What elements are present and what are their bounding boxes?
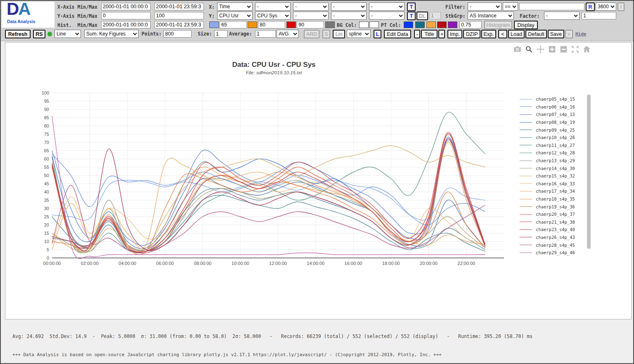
pt-color1-swatch[interactable]	[404, 21, 413, 28]
rate-select[interactable]: 3600	[596, 2, 616, 11]
y-select-2[interactable]: CPU Sys	[255, 12, 291, 20]
x-select-1[interactable]: Time	[217, 2, 253, 11]
legend-scrollbar[interactable]	[587, 95, 591, 249]
legend-item-chaerp26_s4p_43[interactable]: chaerp26_s4p_43	[520, 234, 575, 241]
title-plus-button[interactable]: +	[438, 30, 445, 38]
r-button[interactable]: R	[586, 2, 595, 11]
legend-item-chaerp07_s4p_13[interactable]: chaerp07_s4p_13	[520, 111, 575, 118]
size-input[interactable]	[214, 30, 227, 38]
zoom-in-icon[interactable]	[548, 45, 556, 53]
x-select-3[interactable]: -	[293, 2, 329, 11]
x-time-format-button[interactable]: T	[407, 2, 416, 11]
threshold2-color-swatch[interactable]	[248, 21, 257, 28]
filter-op-select[interactable]: ==	[503, 2, 518, 11]
legend-item-chaerp05_s4p_15[interactable]: chaerp05_s4p_15	[520, 95, 575, 103]
legend-item-chaerp28_s4p_45[interactable]: chaerp28_s4p_45	[520, 241, 575, 249]
average-input[interactable]	[255, 30, 276, 38]
x-select-5[interactable]: -	[369, 2, 405, 11]
y-select-1[interactable]: CPU Usr	[217, 12, 253, 20]
legend-item-chaerp08_s4p_19[interactable]: chaerp08_s4p_19	[520, 118, 575, 126]
legend-item-chaerp18_s4p_35[interactable]: chaerp18_s4p_35	[520, 195, 575, 203]
y-time-format-button[interactable]: T	[407, 12, 416, 20]
hide-link[interactable]: Hide	[575, 31, 587, 37]
legend-item-chaerp10_s4p_26[interactable]: chaerp10_s4p_26	[520, 134, 575, 142]
hist-min-input[interactable]	[101, 21, 151, 28]
legend-item-chaerp11_s4p_27[interactable]: chaerp11_s4p_27	[520, 142, 575, 149]
threshold3-color-swatch[interactable]	[286, 21, 296, 28]
home-icon[interactable]	[583, 45, 591, 53]
rs-button[interactable]: RS	[33, 30, 45, 38]
legend-item-chaerp16_s4p_33[interactable]: chaerp16_s4p_33	[520, 180, 575, 188]
legend-item-chaerp15_s4p_32[interactable]: chaerp15_s4p_32	[520, 172, 575, 180]
pt-color2-swatch[interactable]	[415, 21, 425, 28]
legend-item-chaerp19_s4p_36[interactable]: chaerp19_s4p_36	[520, 203, 575, 210]
spline-select[interactable]: spline	[347, 30, 371, 38]
dl-button[interactable]: DL	[416, 12, 428, 20]
factor-value-input[interactable]	[582, 12, 616, 19]
factor-select[interactable]: -	[544, 12, 580, 20]
export-button[interactable]: Exp.	[481, 30, 496, 38]
pt-factor-input[interactable]	[459, 21, 482, 28]
bg-color1-swatch[interactable]	[359, 21, 369, 28]
default-button[interactable]: Default	[525, 30, 547, 38]
prev-button[interactable]: <	[498, 30, 507, 38]
x-min-input[interactable]	[101, 3, 151, 10]
bg-color2-swatch[interactable]	[369, 21, 379, 28]
mode-select[interactable]: Sum. Key Figures	[84, 30, 139, 38]
legend-item-chaerp29_s4p_46[interactable]: chaerp29_s4p_46	[520, 249, 575, 257]
autoscale-icon[interactable]	[571, 45, 579, 53]
x-select-2[interactable]: -	[255, 2, 291, 11]
legend-item-chaerp12_s4p_28[interactable]: chaerp12_s4p_28	[520, 149, 575, 157]
legend-item-chaerp09_s4p_25[interactable]: chaerp09_s4p_25	[520, 126, 575, 134]
legend-item-chaerp06_s4p_16[interactable]: chaerp06_s4p_16	[520, 103, 575, 111]
dzip-button[interactable]: DZIP	[463, 30, 480, 38]
average-label: Average:	[229, 30, 252, 38]
plot-area[interactable]: 0510152025303540455055606570758085909510…	[26, 89, 505, 272]
load-button[interactable]: Load	[508, 30, 525, 38]
display-button[interactable]: Display	[514, 21, 538, 29]
zoom-icon[interactable]	[525, 45, 533, 53]
chart-type-select[interactable]: Line	[54, 30, 81, 38]
avg-select[interactable]: AVG	[277, 30, 299, 38]
x-max-input[interactable]	[154, 3, 204, 10]
lin-button[interactable]: Lin	[333, 30, 345, 38]
legend-item-chaerp13_s4p_29[interactable]: chaerp13_s4p_29	[520, 157, 575, 165]
y-select-5[interactable]: -	[369, 12, 405, 20]
zoom-out-icon[interactable]	[560, 45, 568, 53]
title-button[interactable]: Title	[421, 30, 438, 38]
pt-color5-swatch[interactable]	[448, 21, 457, 28]
legend-item-chaerp23_s4p_40[interactable]: chaerp23_s4p_40	[520, 226, 575, 234]
filter-select[interactable]: -	[468, 2, 502, 11]
y-max-input[interactable]	[154, 12, 204, 19]
title-minus-button[interactable]: -	[414, 30, 420, 38]
gray-color-swatch[interactable]	[325, 21, 335, 28]
refresh-button[interactable]: Refresh	[5, 30, 31, 38]
filter-value-input[interactable]	[519, 3, 584, 10]
threshold2-input[interactable]	[258, 21, 285, 28]
legend-label: chaerp21_s4p_38	[536, 220, 575, 225]
threshold1-color-swatch[interactable]	[209, 21, 219, 28]
pan-icon[interactable]	[537, 45, 544, 53]
threshold1-input[interactable]	[220, 21, 247, 28]
pt-color4-swatch[interactable]	[437, 21, 447, 28]
hist-max-input[interactable]	[154, 21, 204, 28]
camera-icon[interactable]	[513, 45, 521, 53]
save-button[interactable]: Save	[548, 30, 564, 38]
x-select-4[interactable]: -	[331, 2, 367, 11]
import-button[interactable]: Imp.	[447, 30, 462, 38]
legend-line-sample	[520, 245, 532, 245]
stkgrp-select[interactable]: AS Instance	[468, 12, 514, 20]
points-input[interactable]	[163, 30, 192, 38]
pt-color3-swatch[interactable]	[426, 21, 436, 28]
legend-item-chaerp17_s4p_34[interactable]: chaerp17_s4p_34	[520, 187, 575, 195]
legend-item-chaerp21_s4p_38[interactable]: chaerp21_s4p_38	[520, 218, 575, 226]
y-select-4[interactable]: -	[331, 12, 367, 20]
threshold3-input[interactable]	[297, 21, 324, 28]
legend-item-chaerp20_s4p_37[interactable]: chaerp20_s4p_37	[520, 210, 575, 218]
y-min-input[interactable]	[101, 12, 151, 19]
l-button[interactable]: L	[374, 30, 381, 38]
y-select-3[interactable]: -	[293, 12, 329, 20]
edit-data-button[interactable]: Edit Data	[384, 30, 411, 38]
legend-label: chaerp07_s4p_13	[536, 112, 575, 117]
legend-item-chaerp14_s4p_30[interactable]: chaerp14_s4p_30	[520, 164, 575, 172]
